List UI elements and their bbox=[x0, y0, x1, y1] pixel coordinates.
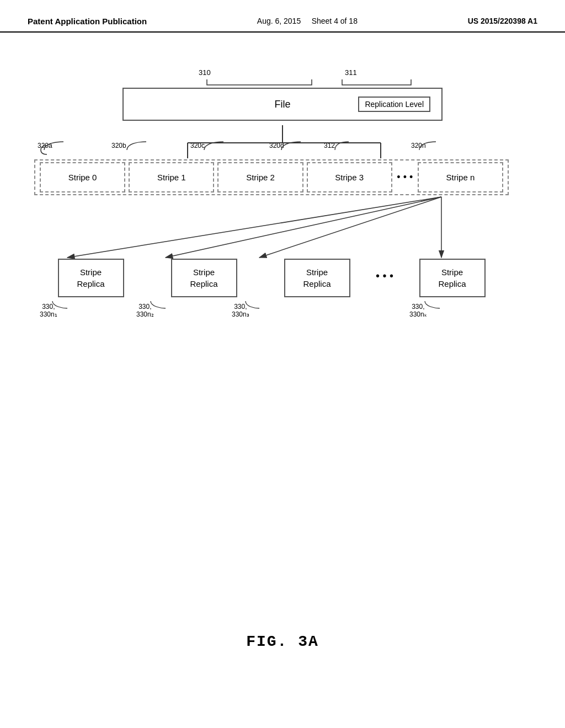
figure-caption: FIG. 3A bbox=[246, 633, 319, 650]
stripe-2: Stripe 2 bbox=[217, 162, 303, 192]
svg-line-5 bbox=[166, 197, 441, 258]
patent-number: US 2015/220398 A1 bbox=[468, 17, 537, 25]
replica-box-1: Stripe Replica bbox=[58, 259, 124, 297]
label-330-3: 330, 330n₃ bbox=[232, 303, 249, 318]
label-330-2: 330, 330n₂ bbox=[136, 303, 154, 318]
stripe-n: Stripe n bbox=[418, 162, 503, 192]
stripe-3: Stripe 3 bbox=[307, 162, 392, 192]
header-center: Aug. 6, 2015 Sheet 4 of 18 bbox=[257, 17, 358, 25]
file-label: File bbox=[274, 99, 290, 110]
file-container: File Replication Level bbox=[122, 88, 443, 121]
replica-group-2: Stripe Replica bbox=[147, 259, 260, 297]
svg-line-6 bbox=[259, 197, 441, 258]
replication-level-box: Replication Level bbox=[358, 97, 430, 112]
replicas-container: Stripe Replica Stripe Replica Stripe Rep… bbox=[34, 259, 509, 297]
stripe-1: Stripe 1 bbox=[129, 162, 214, 192]
replica-group-3: Stripe Replica bbox=[260, 259, 374, 297]
label-311: 311 bbox=[345, 68, 357, 77]
replica-group-1: Stripe Replica bbox=[34, 259, 147, 297]
page-header: Patent Application Publication Aug. 6, 2… bbox=[0, 0, 565, 33]
replica-box-k: Stripe Replica bbox=[419, 259, 486, 297]
replica-box-2: Stripe Replica bbox=[171, 259, 237, 297]
label-320d: 320d bbox=[269, 142, 284, 149]
publication-label: Patent Application Publication bbox=[28, 17, 147, 26]
label-320a: 320a bbox=[38, 142, 52, 149]
replica-group-k: Stripe Replica bbox=[396, 259, 509, 297]
label-312: 312 bbox=[324, 142, 335, 149]
stripes-container: Stripe 0 Stripe 1 Stripe 2 Stripe 3 • • … bbox=[34, 159, 509, 195]
replica-dots: • • • bbox=[374, 259, 396, 282]
diagram-area: 310 311 File Replication Level 320a 320b… bbox=[0, 33, 565, 683]
label-320n: 320n bbox=[411, 142, 426, 149]
label-320b: 320b bbox=[111, 142, 126, 149]
file-box: File Replication Level bbox=[122, 88, 443, 121]
label-330-1: 330, 330n₁ bbox=[40, 303, 57, 318]
label-330-k: 330, 330nₖ bbox=[409, 303, 427, 318]
sheet-label: Sheet 4 of 18 bbox=[312, 17, 358, 25]
stripe-0: Stripe 0 bbox=[40, 162, 125, 192]
svg-line-4 bbox=[67, 197, 441, 258]
label-320c: 320c bbox=[190, 142, 205, 149]
label-310: 310 bbox=[199, 68, 211, 77]
replica-box-3: Stripe Replica bbox=[284, 259, 350, 297]
stripe-dots: • • • bbox=[394, 172, 416, 183]
date-label: Aug. 6, 2015 bbox=[257, 17, 301, 25]
